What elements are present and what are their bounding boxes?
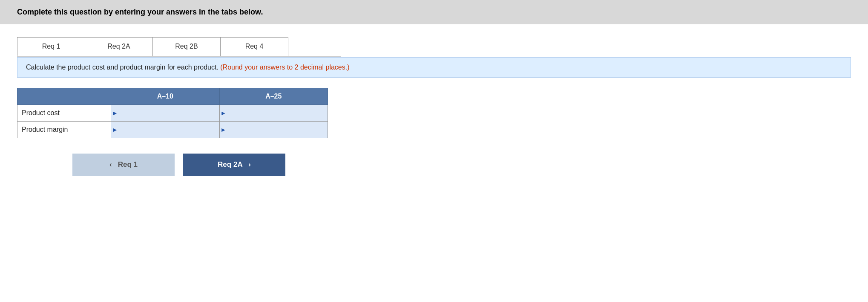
col-header-label [17, 88, 111, 105]
table-row: Product cost ► ► [17, 105, 328, 122]
header-bar: Complete this question by entering your … [0, 0, 868, 24]
product-cost-a25-input[interactable] [226, 105, 328, 121]
product-margin-a25-input[interactable] [226, 122, 328, 138]
prev-icon: ‹ [109, 160, 112, 168]
tab-req1[interactable]: Req 1 [17, 37, 85, 56]
page-wrapper: Complete this question by entering your … [0, 0, 868, 302]
instruction-text: Complete this question by entering your … [17, 8, 263, 16]
main-content: Req 1 Req 2A Req 2B Req 4 Calculate the … [0, 24, 868, 189]
product-margin-a10-cell: ► [111, 122, 220, 138]
row-label-product-cost: Product cost [17, 105, 111, 122]
next-icon: › [248, 160, 251, 168]
product-cost-a25-cell: ► [219, 105, 328, 122]
tabs-container: Req 1 Req 2A Req 2B Req 4 [17, 37, 341, 57]
table-section: A–10 A–25 Product cost ► [17, 88, 341, 138]
prev-label: Req 1 [118, 160, 138, 168]
col-header-a10: A–10 [111, 88, 220, 105]
row-label-product-margin: Product margin [17, 122, 111, 138]
product-cost-a10-cell: ► [111, 105, 220, 122]
data-table: A–10 A–25 Product cost ► [17, 88, 328, 138]
table-header-row: A–10 A–25 [17, 88, 328, 105]
product-margin-a25-cell: ► [219, 122, 328, 138]
col-header-a25: A–25 [219, 88, 328, 105]
next-button[interactable]: Req 2A › [183, 154, 285, 176]
arrow-icon-margin-a25: ► [220, 122, 226, 138]
round-note: (Round your answers to 2 decimal places.… [220, 64, 349, 71]
table-row: Product margin ► ► [17, 122, 328, 138]
product-margin-a10-input[interactable] [117, 122, 219, 138]
info-bar: Calculate the product cost and product m… [17, 57, 851, 78]
arrow-icon-margin-a10: ► [111, 122, 117, 138]
tab-req2a[interactable]: Req 2A [85, 37, 153, 56]
info-main-text: Calculate the product cost and product m… [26, 64, 218, 71]
tab-req2b[interactable]: Req 2B [152, 37, 221, 56]
arrow-icon-cost-a10: ► [111, 105, 117, 121]
prev-button[interactable]: ‹ Req 1 [72, 154, 175, 176]
next-label: Req 2A [218, 160, 242, 168]
nav-buttons: ‹ Req 1 Req 2A › [17, 154, 341, 176]
product-cost-a10-input[interactable] [117, 105, 219, 121]
arrow-icon-cost-a25: ► [220, 105, 226, 121]
tab-req4[interactable]: Req 4 [220, 37, 288, 56]
